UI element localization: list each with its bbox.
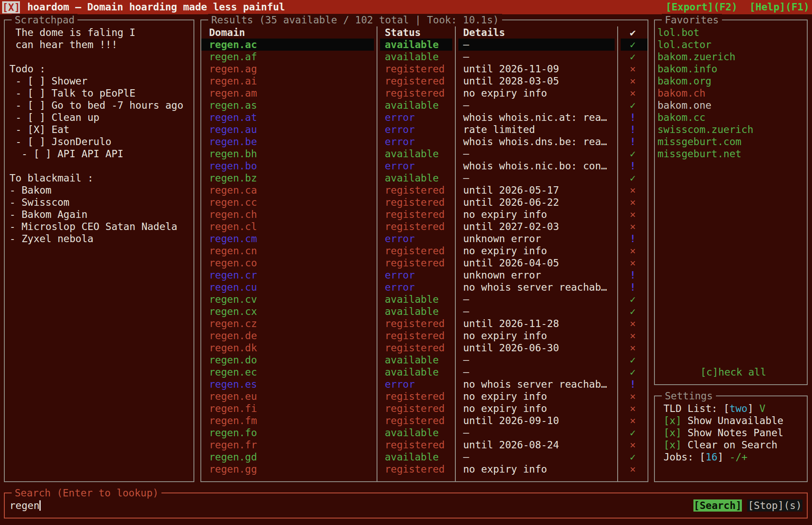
details-cell: — <box>463 148 469 160</box>
domain-cell: regen.at <box>209 111 257 123</box>
check-cell: ! <box>621 111 645 123</box>
domain-cell: regen.gg <box>209 463 257 475</box>
results-row[interactable]: regen.ecavailable—✓ <box>0 366 812 378</box>
help-button[interactable]: [Help](F1) <box>750 1 809 13</box>
search-button[interactable]: [Search] <box>693 499 742 512</box>
results-row[interactable]: regen.cnregisteredno expiry info× <box>0 245 812 257</box>
status-cell: registered <box>385 245 445 257</box>
check-cell: ! <box>621 123 645 136</box>
tld-value[interactable]: two <box>729 403 748 414</box>
results-row[interactable]: regen.doavailable—✓ <box>0 354 812 366</box>
tld-dropdown-arrow[interactable]: V <box>760 403 766 414</box>
details-cell: whois whois.dns.be: rea… <box>463 136 607 148</box>
favorite-item[interactable]: bakom.info <box>657 63 717 75</box>
close-button[interactable]: [X] <box>2 1 20 13</box>
domain-cell: regen.co <box>209 257 257 269</box>
scratchpad-line: - Bakom Again <box>10 208 87 220</box>
results-row[interactable]: regen.chregisteredno expiry info× <box>0 208 812 220</box>
details-cell: no expiry info <box>463 208 547 220</box>
favorite-item[interactable]: bakom.zuerich <box>657 51 735 63</box>
scratchpad-line: - [X] Eat <box>10 123 69 136</box>
favorite-item[interactable]: swisscom.zuerich <box>657 123 754 136</box>
check-cell: × <box>621 220 645 233</box>
scratchpad-line: - Zyxel nebola <box>10 233 93 245</box>
check-cell: ! <box>621 160 645 172</box>
favorite-item[interactable]: lol.bot <box>657 26 699 39</box>
results-row[interactable]: regen.euregisteredno expiry info× <box>0 390 812 402</box>
check-cell: ✓ <box>621 451 645 463</box>
favorite-item[interactable]: bakom.org <box>657 75 712 87</box>
details-cell: — <box>463 99 469 111</box>
results-row[interactable]: regen.ccregistereduntil 2026-06-22× <box>0 196 812 208</box>
domain-cell: regen.ca <box>209 184 257 196</box>
check-cell: ✓ <box>621 148 645 160</box>
status-cell: error <box>385 233 415 245</box>
favorite-item[interactable]: lol.actor <box>657 39 712 51</box>
details-cell: — <box>463 305 469 318</box>
results-row[interactable]: regen.ggregisteredno expiry info× <box>0 463 812 475</box>
domain-cell: regen.cc <box>209 196 257 208</box>
results-row[interactable]: regen.deregisteredno expiry info× <box>0 330 812 342</box>
checkbox-row[interactable]: [x] Show Unavailable <box>664 415 783 427</box>
results-row[interactable]: regen.crerrorunknown error! <box>0 269 812 281</box>
status-cell: error <box>385 160 415 172</box>
results-row[interactable]: regen.cxavailable—✓ <box>0 305 812 318</box>
favorite-item[interactable]: bakom.one <box>657 99 712 111</box>
details-cell: until 2026-11-28 <box>463 318 559 330</box>
domain-cell: regen.cv <box>209 293 257 305</box>
column-header-domain: Domain <box>209 26 245 39</box>
results-row[interactable]: regen.dkregistereduntil 2026-06-30× <box>0 342 812 354</box>
favorite-item[interactable]: bakom.ch <box>657 87 706 99</box>
check-all-button[interactable]: [c]heck all <box>700 366 766 378</box>
app-title: hoardom — Domain hoarding made less pain… <box>27 1 285 13</box>
scratchpad-line: - [ ] Go to bed -7 hours ago <box>10 99 184 111</box>
domain-cell: regen.ch <box>209 208 257 220</box>
titlebar: [X] hoardom — Domain hoarding made less … <box>0 0 812 14</box>
column-header-status: Status <box>385 26 421 39</box>
search-panel: Search (Enter to lookup) <box>4 493 808 519</box>
results-row[interactable]: regen.cmerrorunknown error! <box>0 233 812 245</box>
details-cell: no whois server reachab… <box>463 378 607 390</box>
favorite-item[interactable]: bakom.cc <box>657 111 706 123</box>
results-row[interactable]: regen.cvavailable—✓ <box>0 293 812 305</box>
domain-cell: regen.cn <box>209 245 257 257</box>
checkbox-label: Show Notes Panel <box>682 427 783 438</box>
status-cell: registered <box>385 463 445 475</box>
status-cell: registered <box>385 390 445 402</box>
favorite-item[interactable]: missgeburt.com <box>657 136 741 148</box>
status-cell: error <box>385 281 415 293</box>
favorite-item[interactable]: missgeburt.net <box>657 148 741 160</box>
status-cell: available <box>385 354 439 366</box>
check-cell: ✓ <box>621 354 645 366</box>
export-button[interactable]: [Export](F2) <box>666 1 738 13</box>
scratchpad-line: - [ ] Talk to pEoPlE <box>10 87 135 99</box>
checkbox-row[interactable]: [x] Show Notes Panel <box>664 427 783 439</box>
details-cell: whois whois.nic.at: rea… <box>463 111 607 123</box>
results-row[interactable]: regen.bzavailable—✓ <box>0 172 812 184</box>
domain-cell: regen.cz <box>209 318 257 330</box>
details-cell: until 2026-09-10 <box>463 415 559 427</box>
domain-cell: regen.ai <box>209 75 257 87</box>
status-cell: registered <box>385 75 445 87</box>
results-row[interactable]: regen.coregistereduntil 2026-04-05× <box>0 257 812 269</box>
checkbox-row[interactable]: [x] Clear on Search <box>664 439 777 451</box>
check-cell: ✓ <box>621 172 645 184</box>
results-row[interactable]: regen.czregistereduntil 2026-11-28× <box>0 318 812 330</box>
scratchpad-line: - [ ] Shower <box>10 75 87 87</box>
details-cell: until 2026-06-22 <box>463 196 559 208</box>
domain-cell: regen.cr <box>209 269 257 281</box>
jobs-controls[interactable]: -/+ <box>729 451 748 463</box>
check-cell: × <box>621 463 645 475</box>
stop-button[interactable]: [Stop](s) <box>747 499 802 512</box>
search-input[interactable]: regen <box>10 499 41 512</box>
check-cell: × <box>621 245 645 257</box>
results-row[interactable]: regen.caregistereduntil 2026-05-17× <box>0 184 812 196</box>
status-cell: error <box>385 269 415 281</box>
domain-cell: regen.fi <box>209 402 257 415</box>
check-cell: ✓ <box>621 39 645 51</box>
results-row[interactable]: regen.cuerrorno whois server reachab…! <box>0 281 812 293</box>
details-cell: until 2026-04-05 <box>463 257 559 269</box>
results-row[interactable]: regen.eserrorno whois server reachab…! <box>0 378 812 390</box>
results-row[interactable]: regen.boerrorwhois whois.nic.bo: con…! <box>0 160 812 172</box>
domain-cell: regen.au <box>209 123 257 136</box>
